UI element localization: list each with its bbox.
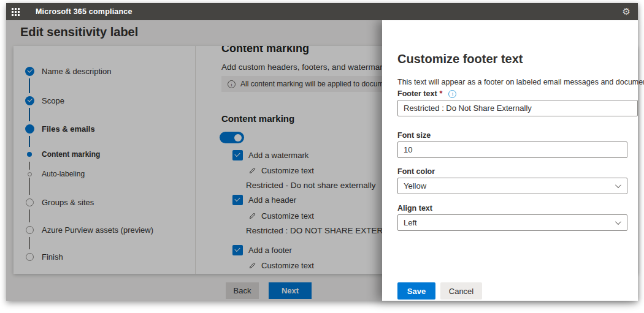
info-icon[interactable] xyxy=(448,90,456,98)
font-size-input[interactable] xyxy=(397,141,627,158)
font-size-label: Font size xyxy=(397,131,431,140)
font-color-label: Font color xyxy=(397,167,435,176)
footer-text-label: Footer text * xyxy=(397,89,456,98)
align-text-dropdown[interactable]: Left xyxy=(397,214,627,231)
app-header: Microsoft 365 compliance ⚙ xyxy=(6,3,638,20)
font-color-value: Yellow xyxy=(404,181,426,190)
gear-icon[interactable]: ⚙ xyxy=(623,3,631,20)
app-title: Microsoft 365 compliance xyxy=(36,7,132,16)
field-label-text: Footer text xyxy=(397,89,437,98)
waffle-icon[interactable] xyxy=(6,3,25,20)
field-label-text: Align text xyxy=(397,204,432,213)
field-label-text: Font color xyxy=(397,167,435,176)
app-window: Microsoft 365 compliance ⚙ Edit sensitiv… xyxy=(6,3,638,301)
align-text-value: Left xyxy=(404,218,417,227)
panel-description: This text will appear as a footer on lab… xyxy=(397,78,644,86)
chevron-down-icon xyxy=(615,182,621,188)
panel-title: Customize footer text xyxy=(397,52,523,66)
save-button[interactable]: Save xyxy=(397,282,435,300)
cancel-button[interactable]: Cancel xyxy=(440,282,482,300)
field-label-text: Font size xyxy=(397,131,431,140)
align-text-label: Align text xyxy=(397,204,432,213)
footer-text-input[interactable] xyxy=(397,100,638,116)
waffle-grid xyxy=(12,8,20,16)
font-color-dropdown[interactable]: Yellow xyxy=(397,178,627,194)
chevron-down-icon xyxy=(615,219,621,225)
customize-footer-panel: Customize footer text This text will app… xyxy=(382,20,638,301)
required-asterisk: * xyxy=(440,89,443,98)
